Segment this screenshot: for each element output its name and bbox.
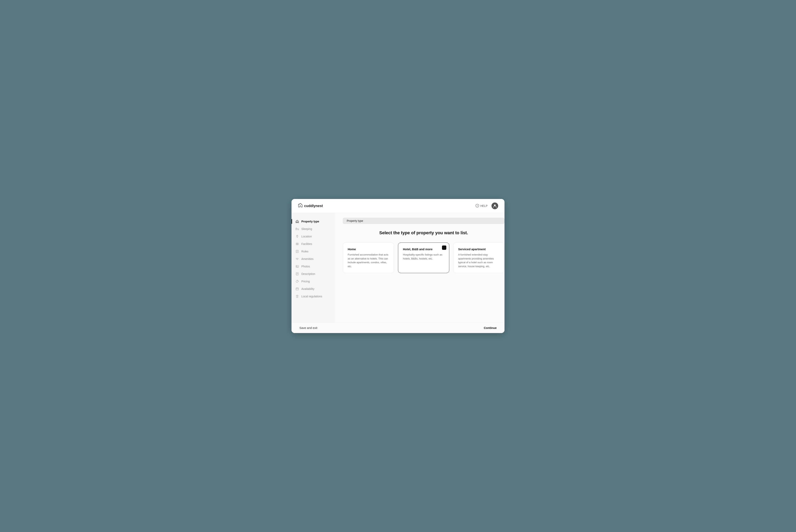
sidebar-item-facilities[interactable]: Facilities <box>291 240 335 248</box>
sidebar-label-photos: Photos <box>301 265 310 268</box>
location-icon <box>296 235 299 238</box>
content-area: Property type Select the type of propert… <box>335 213 505 322</box>
card-serviced-description: A furnished extended-stay apartments pro… <box>458 253 499 268</box>
property-type-cards: Home Furnished accommodation that acts a… <box>343 243 505 273</box>
sidebar-item-sleeping[interactable]: Sleeping <box>291 225 335 233</box>
sidebar-label-amenities: Amenities <box>301 257 314 261</box>
card-hotel-description: Hospitality-specific listings such as ho… <box>403 253 444 261</box>
save-exit-button[interactable]: Save and exit <box>299 326 317 329</box>
pricing-icon <box>296 280 299 283</box>
help-button[interactable]: ? HELP <box>475 204 488 208</box>
sidebar-label-location: Location <box>301 235 312 238</box>
facilities-icon <box>296 242 299 246</box>
sidebar-item-pricing[interactable]: Pricing <box>291 278 335 285</box>
svg-rect-3 <box>296 229 299 230</box>
sidebar-label-local-regulations: Local regulations <box>301 295 322 298</box>
svg-rect-7 <box>298 243 298 245</box>
page-heading: Select the type of property you want to … <box>343 230 505 235</box>
sidebar-label-facilities: Facilities <box>301 242 312 246</box>
wifi-icon <box>296 257 299 261</box>
sidebar-item-availability[interactable]: Availability <box>291 285 335 292</box>
photos-icon <box>296 265 299 268</box>
svg-point-2 <box>494 205 496 206</box>
logo-icon <box>298 203 303 209</box>
description-icon <box>296 272 299 276</box>
sidebar: Property type Sleeping Location <box>291 213 335 322</box>
sidebar-label-rules: Rules <box>301 250 308 253</box>
help-circle-icon: ? <box>475 204 479 208</box>
card-serviced-apartment[interactable]: Serviced apartment A furnished extended-… <box>453 243 505 273</box>
svg-point-4 <box>297 235 298 236</box>
logo: cuddlynest <box>298 203 323 209</box>
svg-point-14 <box>297 266 297 266</box>
sidebar-item-amenities[interactable]: Amenities <box>291 255 335 263</box>
card-home[interactable]: Home Furnished accommodation that acts a… <box>343 243 394 273</box>
sidebar-item-description[interactable]: Description <box>291 270 335 278</box>
svg-rect-5 <box>296 243 297 245</box>
card-hotel-checkmark <box>442 246 446 250</box>
sidebar-item-property-type[interactable]: Property type <box>291 218 335 225</box>
home-icon <box>296 220 299 223</box>
main-layout: Property type Sleeping Location <box>291 213 505 322</box>
card-home-title: Home <box>348 247 389 251</box>
continue-button[interactable]: Continue <box>484 326 497 329</box>
bed-icon <box>296 227 299 231</box>
sidebar-label-property-type: Property type <box>301 220 319 223</box>
svg-rect-6 <box>297 243 298 245</box>
svg-point-19 <box>298 281 298 281</box>
availability-icon <box>296 287 299 291</box>
rules-icon <box>296 250 299 253</box>
svg-rect-20 <box>296 288 299 290</box>
sidebar-label-availability: Availability <box>301 287 315 290</box>
card-serviced-title: Serviced apartment <box>458 247 499 251</box>
footer: Save and exit Continue <box>291 322 505 333</box>
sidebar-label-sleeping: Sleeping <box>301 227 312 230</box>
sidebar-item-local-regulations[interactable]: Local regulations <box>291 292 335 300</box>
header-right: ? HELP <box>475 203 498 209</box>
svg-point-12 <box>297 260 298 260</box>
sidebar-item-photos[interactable]: Photos <box>291 263 335 270</box>
header: cuddlynest ? HELP <box>291 199 505 213</box>
user-avatar[interactable] <box>492 203 498 209</box>
sidebar-label-description: Description <box>301 272 315 276</box>
help-label: HELP <box>480 204 488 207</box>
card-home-description: Furnished accommodation that acts as an … <box>348 253 389 268</box>
scale-icon <box>296 294 299 298</box>
svg-text:?: ? <box>477 205 478 207</box>
breadcrumb-tab: Property type <box>343 218 505 224</box>
sidebar-item-rules[interactable]: Rules <box>291 248 335 255</box>
card-hotel-title: Hotel, B&B and more <box>403 247 444 251</box>
card-hotel[interactable]: Hotel, B&B and more Hospitality-specific… <box>398 243 449 273</box>
sidebar-item-location[interactable]: Location <box>291 233 335 240</box>
app-window: cuddlynest ? HELP Property type <box>291 199 505 333</box>
sidebar-label-pricing: Pricing <box>301 280 310 283</box>
logo-text: cuddlynest <box>304 204 323 208</box>
